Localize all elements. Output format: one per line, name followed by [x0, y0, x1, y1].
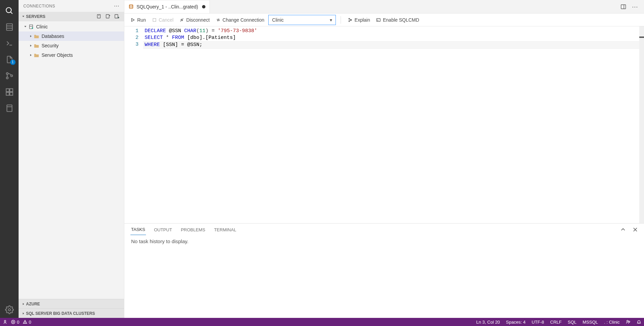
status-eol[interactable]: CRLF	[550, 320, 562, 325]
sql-editor[interactable]: 1 2 3 DECLARE @SSN CHAR(11) = '795-73-98…	[124, 26, 644, 223]
tree-item-databases[interactable]: Databases	[19, 31, 124, 41]
sidebar-title-row: CONNECTIONS ⋯	[19, 0, 124, 12]
svg-point-32	[4, 320, 6, 322]
status-errors[interactable]: 0	[11, 320, 19, 325]
folder-icon	[33, 53, 40, 57]
svg-rect-27	[153, 18, 156, 21]
server-action-icon[interactable]	[114, 14, 120, 20]
cancel-button: Cancel	[150, 16, 176, 24]
svg-rect-9	[6, 89, 9, 92]
line-number: 1	[124, 28, 139, 34]
feedback-icon[interactable]	[626, 320, 630, 324]
code-line[interactable]: WHERE [SSN] = @SSN;	[143, 41, 639, 49]
split-editor-icon[interactable]	[620, 4, 626, 10]
panel-tab-terminal[interactable]: TERMINAL	[213, 225, 237, 235]
new-connection-icon[interactable]	[96, 14, 102, 20]
panel-collapse-icon[interactable]	[620, 227, 626, 232]
notifications-bell-icon[interactable]	[637, 320, 641, 324]
sidebar-more-icon[interactable]: ⋯	[114, 3, 120, 9]
explain-label: Explain	[354, 17, 370, 23]
tree-item-server-objects[interactable]: Server Objects	[19, 50, 124, 60]
terminal-activity-icon[interactable]	[1, 35, 18, 51]
connections-sidebar: CONNECTIONS ⋯ SERVERS Clinic	[19, 0, 124, 318]
svg-point-8	[10, 75, 12, 76]
status-bar: 0 0 Ln 3, Col 20 Spaces: 4 UTF-8 CRLF SQ…	[0, 318, 644, 326]
run-label: Run	[137, 17, 146, 23]
notebook-icon[interactable]	[1, 100, 18, 116]
svg-point-7	[6, 77, 8, 79]
status-encoding[interactable]: UTF-8	[531, 320, 544, 325]
code-area[interactable]: DECLARE @SSN CHAR(11) = '795-73-9838'SEL…	[143, 26, 639, 223]
azure-section-header[interactable]: AZURE	[19, 299, 124, 308]
svg-point-6	[6, 73, 8, 74]
svg-line-1	[10, 12, 12, 14]
server-icon	[28, 24, 34, 29]
tree-item-security[interactable]: Security	[19, 41, 124, 50]
svg-point-20	[118, 17, 119, 18]
tasks-empty-message: No task history to display.	[131, 238, 189, 244]
tree-server-clinic[interactable]: Clinic	[19, 22, 124, 31]
more-actions-icon[interactable]: ⋯	[632, 3, 638, 10]
status-warnings[interactable]: 0	[23, 320, 31, 325]
panel-tab-problems[interactable]: PROBLEMS	[180, 225, 206, 235]
svg-rect-13	[7, 105, 12, 112]
panel-close-icon[interactable]	[633, 227, 638, 232]
scroll-marker	[639, 37, 644, 38]
servers-section-header[interactable]: SERVERS	[19, 12, 124, 21]
status-indentation[interactable]: Spaces: 4	[506, 320, 526, 325]
svg-point-36	[627, 320, 628, 322]
enable-sqlcmd-button[interactable]: Enable SQLCMD	[374, 16, 421, 24]
dirty-indicator-icon	[202, 5, 205, 8]
chevron-down-icon	[23, 25, 28, 29]
disconnect-button[interactable]: Disconnect	[177, 16, 212, 24]
bigdata-section-label: SQL SERVER BIG DATA CLUSTERS	[26, 311, 95, 316]
editor-tabs: SQLQuery_1 - ..Clin...grated) ⋯	[124, 0, 644, 14]
minimap-scrollbar[interactable]	[639, 26, 644, 223]
status-language[interactable]: SQL	[568, 320, 576, 325]
tree-label: Security	[42, 43, 59, 48]
explorer-icon[interactable]: 1	[1, 51, 18, 68]
search-icon[interactable]	[1, 3, 18, 19]
tree-label: Clinic	[36, 24, 48, 29]
error-count: 0	[17, 320, 19, 325]
status-remote-icon[interactable]	[3, 320, 7, 324]
svg-point-23	[32, 27, 33, 29]
code-line[interactable]: SELECT * FROM [dbo].[Patients]	[143, 34, 639, 41]
run-button[interactable]: Run	[128, 16, 148, 24]
status-connection[interactable]: . : Clinic	[604, 320, 620, 325]
servers-icon[interactable]	[1, 19, 18, 35]
svg-point-37	[629, 321, 630, 322]
cancel-label: Cancel	[159, 17, 174, 23]
editor-tab-sqlquery1[interactable]: SQLQuery_1 - ..Clin...grated)	[124, 0, 210, 13]
chevron-down-icon	[21, 15, 26, 19]
bigdata-section-header[interactable]: SQL SERVER BIG DATA CLUSTERS	[19, 308, 124, 318]
new-group-icon[interactable]	[105, 14, 111, 20]
panel-tab-tasks[interactable]: TASKS	[130, 224, 146, 235]
status-provider[interactable]: MSSQL	[583, 320, 598, 325]
svg-point-35	[25, 323, 25, 323]
panel-tabs: TASKS OUTPUT PROBLEMS TERMINAL	[124, 224, 644, 236]
tasks-panel-body: No task history to display.	[124, 236, 644, 247]
source-control-icon[interactable]	[1, 68, 18, 84]
change-connection-label: Change Connection	[223, 17, 265, 23]
chevron-right-icon	[28, 53, 33, 57]
extensions-icon[interactable]	[1, 84, 18, 100]
bottom-panel: TASKS OUTPUT PROBLEMS TERMINAL No task h…	[124, 223, 644, 318]
settings-gear-icon[interactable]	[1, 302, 18, 318]
chevron-right-icon	[21, 311, 26, 316]
status-cursor-position[interactable]: Ln 3, Col 20	[476, 320, 500, 325]
tree-label: Server Objects	[42, 52, 73, 58]
azure-section-label: AZURE	[26, 302, 40, 306]
panel-tab-output[interactable]: OUTPUT	[153, 225, 173, 235]
toolbar-separator	[341, 16, 341, 24]
explain-button[interactable]: Explain	[346, 16, 372, 24]
connection-dropdown-value: Clinic	[272, 17, 283, 23]
connection-dropdown[interactable]: Clinic ▾	[268, 15, 336, 25]
change-connection-button[interactable]: Change Connection	[214, 16, 267, 24]
database-icon	[128, 4, 134, 9]
svg-point-15	[8, 309, 10, 311]
editor-group: SQLQuery_1 - ..Clin...grated) ⋯ Run Canc…	[124, 0, 644, 318]
chevron-right-icon	[21, 302, 26, 306]
svg-rect-19	[115, 15, 118, 18]
code-line[interactable]: DECLARE @SSN CHAR(11) = '795-73-9838'	[143, 28, 639, 34]
